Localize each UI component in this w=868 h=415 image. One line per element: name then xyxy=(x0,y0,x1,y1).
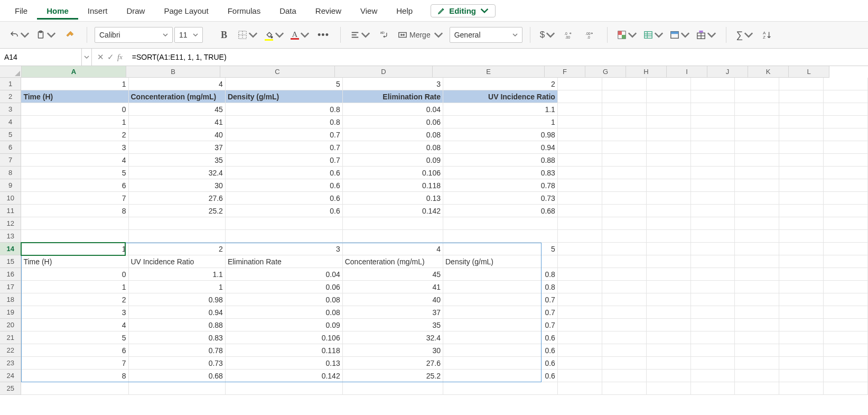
cell[interactable]: 0.7 xyxy=(443,293,558,306)
cell[interactable] xyxy=(691,128,735,141)
cell[interactable]: 0.7 xyxy=(226,128,343,141)
cell[interactable]: 0.8 xyxy=(443,268,558,281)
cell[interactable]: 0.08 xyxy=(343,128,443,141)
format-painter-button[interactable] xyxy=(60,27,79,42)
cell[interactable]: 0.78 xyxy=(443,179,558,192)
cell[interactable]: 0 xyxy=(21,103,128,116)
cell[interactable] xyxy=(824,205,868,217)
cell[interactable] xyxy=(647,154,691,167)
fx-button[interactable]: fx xyxy=(117,53,123,62)
cell[interactable] xyxy=(21,230,128,243)
cell[interactable] xyxy=(558,344,602,357)
cell[interactable] xyxy=(602,281,647,293)
cell[interactable] xyxy=(735,344,779,357)
cell[interactable]: 5 xyxy=(226,78,343,90)
cell[interactable] xyxy=(779,344,824,357)
cell[interactable]: 0.08 xyxy=(343,141,443,154)
cell[interactable] xyxy=(691,255,735,268)
tab-review[interactable]: Review xyxy=(306,2,351,20)
cell[interactable]: 40 xyxy=(343,293,443,306)
cell[interactable] xyxy=(735,268,779,281)
tab-insert[interactable]: Insert xyxy=(78,2,117,20)
spreadsheet-grid[interactable]: ABCDEFGHIJKL1145322Time (H)Concenteratio… xyxy=(0,66,868,395)
cell[interactable]: 0.13 xyxy=(226,357,343,370)
cell[interactable] xyxy=(824,331,868,344)
cell[interactable] xyxy=(443,230,558,243)
cell[interactable] xyxy=(691,268,735,281)
cell[interactable] xyxy=(779,103,824,116)
cell[interactable] xyxy=(558,154,602,167)
cell[interactable] xyxy=(602,344,647,357)
cell[interactable] xyxy=(824,319,868,331)
cell[interactable] xyxy=(602,319,647,331)
cell[interactable] xyxy=(691,281,735,293)
cell[interactable] xyxy=(735,357,779,370)
cell[interactable]: 0.88 xyxy=(129,319,226,331)
column-header[interactable]: C xyxy=(220,66,335,78)
row-header[interactable]: 5 xyxy=(0,128,21,141)
cell[interactable] xyxy=(602,154,647,167)
row-header[interactable]: 12 xyxy=(0,217,21,230)
row-header[interactable]: 19 xyxy=(0,306,21,319)
row-header[interactable]: 6 xyxy=(0,141,21,154)
cell[interactable] xyxy=(647,205,691,217)
cell[interactable] xyxy=(558,268,602,281)
cell[interactable] xyxy=(647,90,691,103)
cell[interactable]: 5 xyxy=(21,167,128,179)
cell[interactable]: Density (g/mL) xyxy=(226,90,343,103)
cell[interactable] xyxy=(824,357,868,370)
cell[interactable]: 0.83 xyxy=(129,331,226,344)
tab-data[interactable]: Data xyxy=(270,2,306,20)
cell[interactable] xyxy=(779,281,824,293)
cell[interactable]: 6 xyxy=(21,344,128,357)
cell[interactable] xyxy=(691,141,735,154)
cell[interactable]: 0.6 xyxy=(443,357,558,370)
cell[interactable] xyxy=(691,230,735,243)
wrap-text-button[interactable]: ab xyxy=(375,27,394,42)
cell[interactable] xyxy=(735,192,779,205)
cell[interactable] xyxy=(558,116,602,128)
cell[interactable] xyxy=(824,344,868,357)
cell[interactable]: 37 xyxy=(343,306,443,319)
cell[interactable]: 1 xyxy=(129,281,226,293)
row-header[interactable]: 21 xyxy=(0,331,21,344)
cell[interactable] xyxy=(735,141,779,154)
cell[interactable] xyxy=(602,217,647,230)
cell[interactable]: 0.7 xyxy=(443,319,558,331)
cell[interactable]: 0.8 xyxy=(443,281,558,293)
cell[interactable]: 8 xyxy=(21,370,128,382)
cell[interactable]: 2 xyxy=(21,128,128,141)
cell[interactable]: 1 xyxy=(21,243,128,255)
cell[interactable]: 0.6 xyxy=(443,331,558,344)
cell[interactable] xyxy=(602,141,647,154)
cell[interactable]: 3 xyxy=(226,243,343,255)
cell[interactable]: 30 xyxy=(129,179,226,192)
cell[interactable] xyxy=(735,255,779,268)
cell[interactable] xyxy=(691,306,735,319)
cell[interactable] xyxy=(824,382,868,395)
cell[interactable]: 3 xyxy=(21,141,128,154)
cell[interactable]: 27.6 xyxy=(343,357,443,370)
tab-file[interactable]: File xyxy=(5,2,37,20)
cell[interactable]: 0.73 xyxy=(443,192,558,205)
cell[interactable] xyxy=(691,116,735,128)
cell[interactable] xyxy=(602,243,647,255)
cell[interactable]: 0.6 xyxy=(226,192,343,205)
cell[interactable] xyxy=(558,141,602,154)
cell[interactable] xyxy=(602,382,647,395)
column-header[interactable]: F xyxy=(545,66,585,78)
row-header[interactable]: 24 xyxy=(0,370,21,382)
cell[interactable]: 0.142 xyxy=(343,205,443,217)
cell[interactable] xyxy=(602,128,647,141)
cell[interactable] xyxy=(779,179,824,192)
cell[interactable]: 32.4 xyxy=(129,167,226,179)
column-header[interactable]: A xyxy=(22,66,126,78)
cell[interactable] xyxy=(779,90,824,103)
cell[interactable] xyxy=(558,205,602,217)
cell[interactable] xyxy=(824,167,868,179)
formula-input[interactable] xyxy=(128,49,868,66)
fill-color-button[interactable] xyxy=(262,27,286,42)
bold-button[interactable]: B xyxy=(214,27,234,42)
cell[interactable] xyxy=(343,217,443,230)
cell[interactable]: 40 xyxy=(129,128,226,141)
